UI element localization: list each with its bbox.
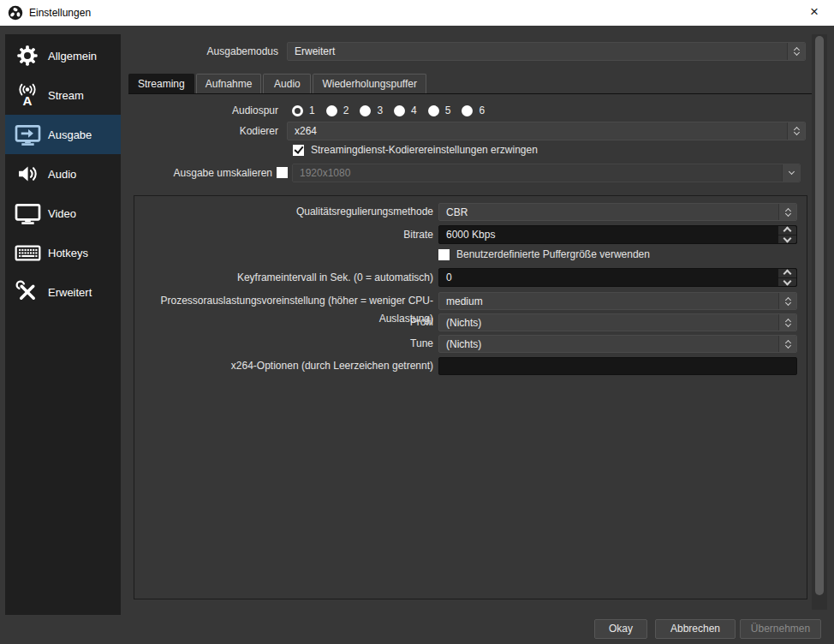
enforce-service-label: Streamingdienst-Kodierereinstellungen er… — [311, 144, 538, 156]
sidebar-item-audio[interactable]: Audio — [5, 154, 121, 194]
custom-buffer-label: Benutzerdefinierte Puffergröße verwenden — [456, 248, 650, 260]
sidebar-item-label: Video — [48, 207, 76, 220]
combo-spinner-icon[interactable] — [778, 293, 796, 309]
radio-selected-icon — [292, 105, 303, 116]
tabbar-divider — [128, 93, 815, 94]
radio-icon — [428, 105, 439, 116]
radio-icon — [326, 105, 337, 116]
radio-icon — [462, 105, 473, 116]
sidebar-item-video[interactable]: Video — [5, 194, 121, 233]
encoder-combo[interactable]: x264 — [287, 122, 806, 140]
cpu-preset-value: medium — [446, 295, 483, 307]
rescale-value: 1920x1080 — [300, 167, 350, 179]
radio-icon — [360, 105, 371, 116]
bitrate-value: 6000 Kbps — [446, 229, 495, 241]
combo-spinner-icon[interactable] — [778, 314, 796, 331]
chevron-down-icon — [782, 164, 800, 182]
keyframe-label: Keyframeintervall in Sek. (0 = automatis… — [135, 268, 433, 287]
rate-control-label: Qualitätsregulierungsmethode — [135, 203, 433, 221]
crossed-tools-icon — [12, 280, 43, 304]
radio-track-6[interactable]: 6 — [462, 104, 485, 116]
tune-value: (Nichts) — [446, 338, 481, 350]
radio-icon — [394, 105, 405, 116]
window-title: Einstellungen — [29, 0, 91, 26]
profile-label: Profil — [135, 313, 433, 331]
audio-track-radios: 1 2 3 4 5 6 — [292, 103, 496, 118]
rescale-checkbox[interactable] — [277, 167, 288, 178]
custom-buffer-row[interactable]: Benutzerdefinierte Puffergröße verwenden — [438, 248, 650, 260]
profile-value: (Nichts) — [446, 317, 481, 329]
profile-combo[interactable]: (Nichts) — [438, 313, 797, 331]
obs-logo-icon — [8, 5, 23, 21]
keyboard-icon — [12, 242, 43, 264]
tab-aufnahme[interactable]: Aufnahme — [196, 74, 262, 93]
sidebar-item-label: Erweitert — [48, 286, 92, 299]
bitrate-spinbox[interactable]: 6000 Kbps — [438, 225, 797, 244]
rescale-combo: 1920x1080 — [292, 164, 801, 182]
keyframe-spinbox[interactable]: 0 — [438, 268, 797, 287]
output-tabs: Streaming Aufnahme Audio Wiederholungspu… — [128, 74, 426, 93]
radio-track-4[interactable]: 4 — [394, 104, 417, 116]
sidebar-item-label: Ausgabe — [48, 128, 92, 141]
sidebar-item-label: Audio — [48, 168, 76, 181]
tab-wiederholungspuffer[interactable]: Wiederholungspuffer — [313, 74, 426, 93]
cancel-button[interactable]: Abbrechen — [655, 619, 736, 639]
scrollbar-thumb[interactable] — [815, 36, 824, 595]
sidebar: Allgemein A Stream — [5, 34, 121, 615]
radio-track-5[interactable]: 5 — [428, 104, 451, 116]
settings-window: Einstellungen × Allgemein — [0, 0, 834, 644]
bitrate-label: Bitrate — [135, 225, 433, 244]
sidebar-item-label: Hotkeys — [48, 247, 88, 259]
sidebar-item-ausgabe[interactable]: Ausgabe — [5, 115, 121, 154]
checkbox-unchecked-icon[interactable] — [438, 249, 450, 260]
keyframe-value: 0 — [446, 271, 452, 283]
sidebar-item-label: Allgemein — [48, 50, 97, 63]
combo-spinner-icon[interactable] — [778, 336, 796, 352]
rate-control-value: CBR — [446, 206, 468, 218]
rescale-label: Ausgabe umskalieren — [128, 164, 272, 182]
rate-control-combo[interactable]: CBR — [438, 203, 797, 221]
combo-spinner-icon[interactable] — [778, 204, 796, 220]
combo-spinner-icon[interactable] — [787, 122, 805, 140]
enforce-service-row[interactable]: Streamingdienst-Kodierereinstellungen er… — [293, 144, 538, 156]
spin-down-icon[interactable] — [778, 278, 796, 287]
tune-label: Tune — [135, 335, 433, 353]
x264-options-input[interactable] — [438, 357, 797, 375]
tab-streaming[interactable]: Streaming — [128, 74, 194, 93]
sidebar-item-allgemein[interactable]: Allgemein — [5, 36, 121, 75]
radio-track-2[interactable]: 2 — [326, 104, 349, 116]
output-mode-combo[interactable]: Erweitert — [287, 42, 806, 61]
sidebar-item-stream[interactable]: A Stream — [5, 75, 121, 115]
sidebar-item-label: Stream — [48, 89, 84, 102]
monitor-icon — [12, 202, 43, 225]
speaker-icon — [12, 162, 43, 186]
x264-options-label: x264-Optionen (durch Leerzeichen getrenn… — [135, 357, 433, 375]
okay-button[interactable]: Okay — [594, 619, 647, 639]
svg-text:A: A — [23, 93, 33, 107]
audio-track-label: Audiospur — [128, 103, 278, 118]
close-icon[interactable]: × — [801, 0, 827, 26]
checkbox-checked-icon[interactable] — [293, 145, 304, 156]
output-mode-value: Erweitert — [295, 45, 335, 57]
tune-combo[interactable]: (Nichts) — [438, 335, 797, 353]
gear-icon — [12, 44, 43, 68]
encoder-value: x264 — [295, 125, 317, 137]
cpu-preset-combo[interactable]: medium — [438, 292, 797, 310]
output-mode-label: Ausgabemodus — [128, 42, 278, 61]
apply-button[interactable]: Übernehmen — [740, 619, 821, 639]
output-monitor-arrow-icon — [12, 123, 43, 146]
sidebar-item-erweitert[interactable]: Erweitert — [5, 272, 121, 312]
tab-audio[interactable]: Audio — [263, 74, 311, 93]
encoder-label: Kodierer — [128, 122, 278, 140]
radio-track-3[interactable]: 3 — [360, 104, 383, 116]
spin-down-icon[interactable] — [778, 236, 796, 244]
titlebar: Einstellungen × — [0, 0, 834, 26]
broadcast-icon: A — [12, 83, 43, 107]
radio-track-1[interactable]: 1 — [292, 104, 315, 116]
sidebar-item-hotkeys[interactable]: Hotkeys — [5, 233, 121, 272]
combo-spinner-icon[interactable] — [787, 43, 805, 60]
